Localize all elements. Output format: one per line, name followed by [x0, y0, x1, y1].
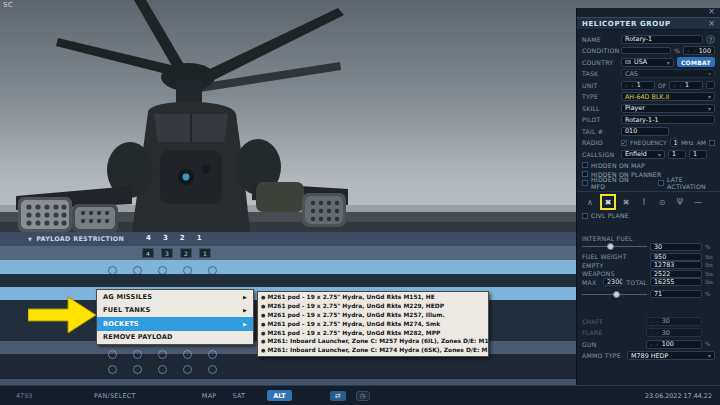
station-number-box[interactable]: 1: [199, 248, 211, 258]
max-value[interactable]: 23000: [603, 278, 623, 286]
condition-stepper[interactable]: ‹ › 100: [683, 46, 715, 55]
stepper-decrement-icon[interactable]: ‹: [650, 341, 653, 348]
station-number-box[interactable]: 3: [161, 248, 173, 258]
context-menu-item[interactable]: AG MISSILES ▶: [97, 290, 253, 304]
stepper-increment-icon[interactable]: ›: [680, 82, 683, 89]
pylon-slot[interactable]: [133, 266, 142, 275]
combat-button[interactable]: COMBAT: [677, 57, 715, 67]
submenu-item[interactable]: ● M261 pod - 19 x 2.75" Hydra, UnGd Rkts…: [258, 311, 488, 320]
counter-unit: %: [705, 341, 715, 347]
stepper-increment-icon[interactable]: ›: [656, 318, 659, 325]
hidden-on-mfd-checkbox[interactable]: [582, 180, 588, 186]
tail-number-input[interactable]: 010: [621, 127, 669, 136]
triangle-down-icon: ▼: [28, 236, 32, 242]
pylon-slot[interactable]: [208, 350, 217, 359]
pylon-slot[interactable]: [208, 365, 217, 374]
hidden-on-map-checkbox[interactable]: [582, 162, 588, 168]
unit-count-stepper[interactable]: ‹ › 1: [621, 81, 655, 90]
slider-thumb[interactable]: [607, 243, 614, 250]
pylon-slot[interactable]: [133, 350, 142, 359]
pan-select-mode[interactable]: PAN/SELECT: [94, 392, 136, 400]
close-icon[interactable]: ×: [708, 19, 715, 28]
pylon-slot[interactable]: [208, 266, 217, 275]
stepper-decrement-icon[interactable]: ‹: [687, 47, 690, 54]
stepper-increment-icon[interactable]: ›: [656, 341, 659, 348]
stepper-decrement-icon[interactable]: ‹: [650, 318, 653, 325]
unit-label: UNIT: [582, 82, 618, 89]
submenu-item[interactable]: ● M261: Inboard Launcher, Zone C: M274 H…: [258, 346, 488, 355]
skill-dropdown[interactable]: Player ▾: [621, 104, 715, 113]
comms-icon[interactable]: Ψ: [674, 196, 686, 208]
pylon-slot[interactable]: [108, 266, 117, 275]
submenu-item[interactable]: ● M261 pod - 19 x 2.75" Hydra, UnGd Rkts…: [258, 319, 488, 328]
pylon-slot[interactable]: [183, 266, 192, 275]
counter-stepper[interactable]: ‹ › 30: [646, 328, 702, 337]
internal-fuel-value[interactable]: 30: [650, 243, 702, 251]
task-dropdown[interactable]: CAS ▾: [621, 69, 715, 78]
panel-collapse-icon[interactable]: ×: [708, 7, 715, 16]
counter-row: CHAFF ‹ › 30: [582, 316, 715, 326]
sat-toggle[interactable]: SAT: [232, 392, 245, 400]
payload-station-row-1[interactable]: [0, 260, 576, 274]
map-toggle[interactable]: MAP: [202, 392, 217, 400]
counter-value: 100: [662, 340, 674, 348]
submenu-item[interactable]: ● M261 pod - 19 x 2.75" Hydra, UnGd Rkts…: [258, 302, 488, 311]
late-activation-checkbox[interactable]: [658, 180, 664, 186]
submenu-item[interactable]: ● M261 pod - 19 x 2.75" Hydra, UnGd Rkts…: [258, 328, 488, 337]
ammo-type-dropdown[interactable]: M789 HEDP ▾: [627, 351, 715, 360]
pylon-slot[interactable]: [108, 365, 117, 374]
callsign-dropdown[interactable]: Enfield ▾: [621, 150, 665, 159]
pilot-input[interactable]: Rotary-1-1: [621, 115, 715, 124]
payload-restriction-toggle[interactable]: ▼ PAYLOAD RESTRICTION: [28, 235, 124, 243]
triggered-actions-icon[interactable]: I: [638, 196, 650, 208]
stepper-increment-icon[interactable]: ›: [656, 329, 659, 336]
unit-of-stepper[interactable]: ‹ › 1: [669, 81, 703, 90]
pylon-slot[interactable]: [158, 365, 167, 374]
pylon-slot[interactable]: [183, 350, 192, 359]
alt-button[interactable]: ALT: [267, 390, 291, 401]
bullet-icon: ●: [261, 321, 265, 327]
slider-thumb[interactable]: [613, 291, 620, 298]
summary-icon[interactable]: —: [692, 196, 704, 208]
station-number-box[interactable]: 2: [180, 248, 192, 258]
am-checkbox[interactable]: [709, 140, 715, 146]
name-input[interactable]: Rotary-1: [621, 35, 703, 44]
callsign-number-input[interactable]: 1: [689, 150, 707, 159]
pylon-slot[interactable]: [108, 350, 117, 359]
internal-fuel-slider[interactable]: [582, 243, 647, 250]
payload-icon[interactable]: ✖: [602, 196, 614, 208]
country-dropdown[interactable]: USA ▾: [621, 58, 674, 67]
counter-stepper[interactable]: ‹ › 30: [646, 317, 702, 326]
context-menu-item[interactable]: ROCKETS ▶: [97, 317, 253, 331]
type-dropdown[interactable]: AH-64D BLK.II ▾: [621, 92, 715, 101]
station-number-box[interactable]: 4: [142, 248, 154, 258]
frequency-input[interactable]: 127.5: [670, 138, 678, 147]
bullet-icon: ●: [261, 303, 265, 309]
stepper-increment-icon[interactable]: ›: [693, 47, 696, 54]
civl-plane-checkbox[interactable]: [582, 213, 588, 219]
context-menu-item[interactable]: REMOVE PAYLOAD ▶: [97, 331, 253, 345]
weight-percent-slider[interactable]: [582, 291, 647, 298]
pylon-slot[interactable]: [133, 365, 142, 374]
stepper-decrement-icon[interactable]: ‹: [650, 329, 653, 336]
stepper-decrement-icon[interactable]: ‹: [625, 82, 628, 89]
help-icon[interactable]: ?: [706, 35, 715, 44]
weapons-icon[interactable]: ✖: [620, 196, 632, 208]
stepper-increment-icon[interactable]: ›: [631, 82, 634, 89]
submenu-item[interactable]: ● M261: Inboard Launcher, Zone C: M257 H…: [258, 337, 488, 346]
callsign-flight-input[interactable]: 1: [668, 150, 686, 159]
clock-icon[interactable]: ◷: [356, 391, 370, 401]
radio-checkbox[interactable]: ✓: [621, 140, 627, 146]
condition-slider[interactable]: [621, 47, 671, 54]
hidden-on-planner-checkbox[interactable]: [582, 171, 588, 177]
context-menu-item[interactable]: FUEL TANKS ▶: [97, 304, 253, 318]
pylon-slot[interactable]: [158, 350, 167, 359]
failures-icon[interactable]: ⊙: [656, 196, 668, 208]
route-icon[interactable]: ∧: [584, 196, 596, 208]
pylon-slot[interactable]: [183, 365, 192, 374]
stepper-decrement-icon[interactable]: ‹: [673, 82, 676, 89]
measure-icon[interactable]: ⇄: [330, 391, 346, 401]
submenu-item[interactable]: ● M261 pod - 19 x 2.75" Hydra, UnGd Rkts…: [258, 293, 488, 302]
counter-stepper[interactable]: ‹ › 100: [646, 340, 702, 349]
pylon-slot[interactable]: [158, 266, 167, 275]
